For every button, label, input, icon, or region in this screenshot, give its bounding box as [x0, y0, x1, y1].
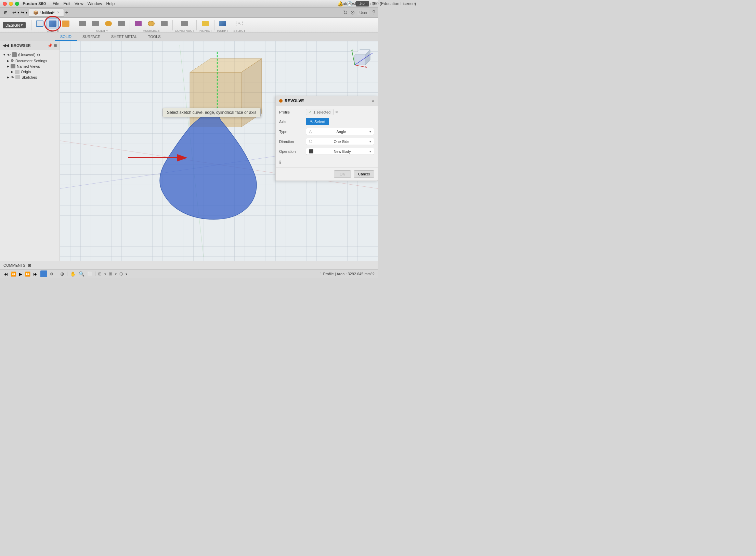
tree-item-named-views[interactable]: ▶ Named Views — [0, 64, 60, 69]
select-section: ↖ SELECT — [233, 18, 246, 32]
menu-help[interactable]: Help — [106, 1, 115, 6]
construct-btn-1[interactable] — [178, 18, 191, 29]
tree-item-doc-settings[interactable]: ▶ ⚙ Document Settings — [0, 58, 60, 64]
design-label: DESIGN — [5, 23, 20, 27]
modify-icon-2 — [92, 21, 99, 26]
assemble-btn-1[interactable] — [132, 18, 144, 29]
tab-question-icon[interactable]: ? — [372, 10, 375, 16]
modify-btn-4[interactable] — [115, 18, 128, 29]
settings-icon[interactable]: ⚙ — [50, 272, 53, 276]
create-sketch-button[interactable] — [34, 18, 46, 29]
tab-surface[interactable]: SURFACE — [77, 33, 106, 41]
panel-info-row: ℹ — [276, 158, 378, 167]
panel-expand-icon[interactable]: » — [372, 98, 374, 104]
display-mode[interactable]: ⊞ — [98, 272, 102, 276]
sidebar-expand-icon[interactable]: ⊞ — [54, 43, 57, 48]
tab-refresh-icon[interactable]: ↻ — [343, 9, 348, 16]
create-buttons — [34, 18, 72, 29]
panel-dot — [279, 99, 283, 103]
pan-tool[interactable]: ✋ — [70, 271, 76, 277]
play-next-button[interactable]: ⏩ — [25, 272, 30, 277]
gear-icon-doc: ⚙ — [11, 58, 14, 63]
tab-history-icon[interactable]: ⊙ — [350, 9, 355, 16]
info-icon[interactable]: ℹ — [279, 160, 281, 165]
navcube[interactable]: X Y Z — [348, 44, 375, 72]
status-right: 1 Profile | Area : 3292.645 mm^2 — [320, 272, 375, 276]
new-tab-button[interactable]: + — [65, 10, 68, 16]
grid-icon[interactable]: ⊞ — [3, 10, 9, 16]
tree-item-root[interactable]: ▼ 👁 (Unsaved) ⊙ — [0, 52, 60, 58]
design-button[interactable]: DESIGN ▾ — [3, 22, 26, 28]
svg-marker-9 — [355, 55, 365, 65]
sidebar-pin-icon[interactable]: 📌 — [48, 43, 52, 48]
minimize-button[interactable] — [9, 2, 13, 6]
assemble-btn-3[interactable] — [158, 18, 170, 29]
menu-view[interactable]: View — [75, 1, 83, 6]
play-back-button[interactable]: ⏮ — [3, 272, 8, 277]
eye-icon-sketches[interactable]: 👁 — [11, 76, 14, 79]
display-dropdown[interactable]: ▾ — [104, 272, 106, 276]
type-dropdown[interactable]: △ Angle ▾ — [306, 128, 374, 135]
profile-clear-icon[interactable]: ✕ — [335, 110, 338, 115]
undo-dropdown[interactable]: ▾ — [17, 10, 19, 15]
sidebar-collapse-icon[interactable]: ◀◀ — [3, 43, 9, 48]
orbit-tool[interactable]: ⊕ — [60, 271, 64, 277]
ok-button[interactable]: OK — [334, 170, 351, 178]
tab-tools[interactable]: TOOLS — [142, 33, 166, 41]
inspect-btn-1[interactable] — [199, 18, 211, 29]
viewport[interactable]: Select sketch curve, edge, cylindrical f… — [60, 41, 378, 261]
inspect-label: INSPECT — [199, 29, 212, 32]
active-tab[interactable]: 📦 Untitled* ✕ — [29, 9, 64, 17]
create-label: CREATE — [47, 29, 59, 32]
direction-dropdown[interactable]: ⬡ One Side ▾ — [306, 138, 374, 145]
play-button[interactable]: ▶ — [19, 272, 22, 277]
maximize-button[interactable] — [15, 2, 19, 6]
comments-add-icon[interactable]: ⊞ — [28, 263, 31, 268]
zoom-window-tool[interactable]: ⬜ — [87, 272, 92, 276]
tree-label-named-views: Named Views — [17, 64, 40, 68]
view-cube-toggle[interactable]: ⬡ — [119, 272, 123, 276]
direction-icon: ⬡ — [309, 139, 312, 144]
operation-value[interactable]: ⬛ New Body ▾ — [306, 148, 374, 155]
sep-5 — [196, 20, 197, 30]
play-prev-button[interactable]: ⏪ — [11, 272, 16, 277]
insert-btn-1[interactable] — [217, 18, 229, 29]
tab-close-icon[interactable]: ✕ — [57, 11, 60, 14]
zoom-tool[interactable]: 🔍 — [79, 271, 84, 277]
grid-toggle[interactable]: ⊞ — [109, 272, 112, 276]
menu-edit[interactable]: Edit — [63, 1, 70, 6]
revolve-create-button[interactable] — [47, 18, 59, 29]
view-dropdown[interactable]: ▾ — [126, 272, 127, 276]
modify-btn-2[interactable] — [89, 18, 102, 29]
modify-btn-1[interactable] — [76, 18, 89, 29]
axis-select-button[interactable]: ↖ Select — [306, 118, 329, 125]
modify-btn-3[interactable] — [102, 18, 115, 29]
operation-icon: ⬛ — [309, 149, 314, 154]
assemble-btn-2[interactable] — [145, 18, 157, 29]
select-btn-1[interactable]: ↖ — [233, 18, 246, 29]
create-section: CREATE — [34, 18, 72, 32]
tree-item-sketches[interactable]: ▶ 👁 Sketches — [0, 75, 60, 80]
operation-dropdown[interactable]: ⬛ New Body ▾ — [306, 148, 374, 155]
menu-window[interactable]: Window — [88, 1, 102, 6]
sep-3 — [130, 20, 130, 30]
eye-icon-root[interactable]: 👁 — [7, 53, 11, 57]
close-button[interactable] — [3, 2, 7, 6]
tab-solid[interactable]: SOLID — [55, 33, 77, 41]
extrude-button[interactable] — [60, 18, 72, 29]
profile-selected-badge[interactable]: ✓ 1 selected — [306, 109, 334, 115]
type-value[interactable]: △ Angle ▾ — [306, 128, 374, 135]
window-title: Autodesk Fusion 360 (Education License) — [340, 1, 378, 6]
menu-file[interactable]: File — [53, 1, 59, 6]
undo-button[interactable]: ↩ — [12, 10, 16, 15]
redo-button[interactable]: ↪ — [21, 10, 24, 15]
play-end-button[interactable]: ⏭ — [33, 272, 38, 277]
save-status-icon[interactable]: ⊙ — [37, 53, 40, 57]
direction-value[interactable]: ⬡ One Side ▾ — [306, 138, 374, 145]
app-name: Fusion 360 — [23, 1, 46, 6]
cancel-button[interactable]: Cancel — [354, 170, 374, 178]
grid-dropdown[interactable]: ▾ — [115, 272, 117, 276]
redo-dropdown[interactable]: ▾ — [26, 10, 27, 15]
tab-sheet-metal[interactable]: SHEET METAL — [106, 33, 142, 41]
tree-item-origin[interactable]: ▶ Origin — [0, 69, 60, 75]
